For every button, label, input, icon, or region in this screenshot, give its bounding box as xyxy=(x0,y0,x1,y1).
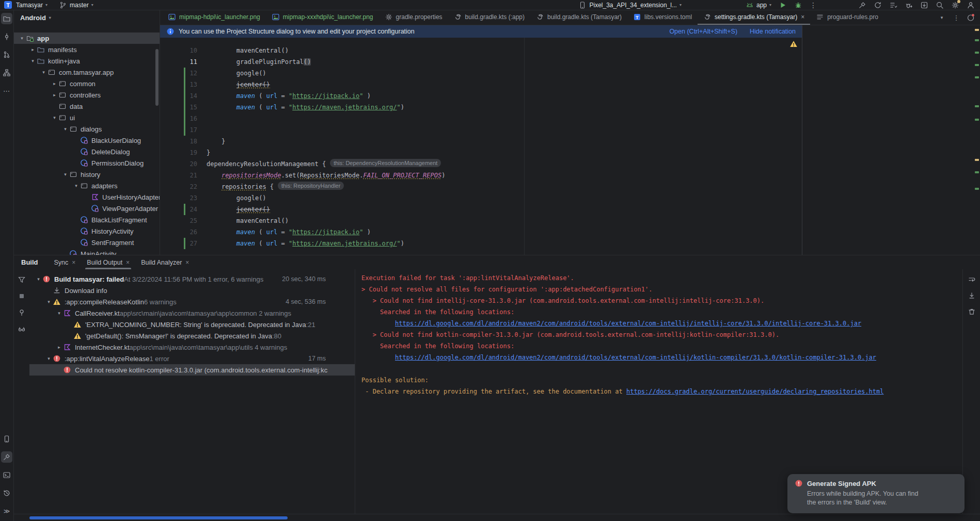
more-actions-icon[interactable]: ⋮ xyxy=(810,1,817,9)
project-tree-item[interactable]: HistoryActivity xyxy=(14,225,160,237)
build-tree-item[interactable]: Download info xyxy=(29,285,355,296)
notifications-button[interactable] xyxy=(967,13,975,22)
more-v-button[interactable]: ⋮ xyxy=(952,13,960,22)
build-filter-button[interactable] xyxy=(18,275,26,285)
tree-chevron-icon[interactable]: ▸ xyxy=(51,92,58,97)
build-tree-item[interactable]: ▾:app:compileReleaseKotlin 6 warnings4 s… xyxy=(29,296,355,307)
tree-chevron-icon[interactable]: ▾ xyxy=(45,356,53,361)
tree-chevron-icon[interactable]: ▾ xyxy=(45,299,53,304)
console-link[interactable]: https://dl.google.com/dl/android/maven2/… xyxy=(395,354,876,361)
build-stop-button[interactable] xyxy=(18,292,26,302)
tree-chevron-icon[interactable]: ▾ xyxy=(72,183,80,188)
branch-selector[interactable]: master ▾ xyxy=(59,1,93,9)
tree-chevron-icon[interactable]: ▾ xyxy=(61,126,69,132)
tree-chevron-icon[interactable]: ▾ xyxy=(51,115,58,120)
editor-tab[interactable]: gradle.properties xyxy=(379,10,448,25)
project-tree-item[interactable]: DeleteDialog xyxy=(14,146,160,157)
code-editor[interactable]: 10 mavenCentral()11 gradlePluginPortal()… xyxy=(160,38,802,255)
stripe-device-manager-button[interactable] xyxy=(1,433,12,445)
project-view-selector[interactable]: Android xyxy=(20,14,46,22)
project-tree-item[interactable]: BlackUserDialog xyxy=(14,135,160,146)
editor-tab[interactable]: proguard-rules.pro xyxy=(810,10,884,25)
console-scroll-to-end-button[interactable] xyxy=(968,291,976,301)
project-tree-item[interactable]: ▸common xyxy=(14,78,160,89)
close-tab-icon[interactable]: × xyxy=(185,259,189,266)
build-inspect-button[interactable] xyxy=(18,325,26,335)
project-tree-item[interactable]: BlackListFragment xyxy=(14,214,160,225)
close-tab-icon[interactable]: × xyxy=(801,13,804,21)
generate-signed-apk-notification[interactable]: Generate Signed APK Errors while buildin… xyxy=(787,474,965,513)
console-soft-wrap-button[interactable] xyxy=(968,275,976,285)
todo-list-button[interactable] xyxy=(889,1,897,9)
editor-tab[interactable]: Tlibs.versions.toml xyxy=(627,10,698,25)
settings-button[interactable] xyxy=(951,1,959,9)
sync-button[interactable] xyxy=(874,1,882,9)
stripe-more-h-button[interactable]: ⋯ xyxy=(1,85,12,96)
build-tree-item[interactable]: ▾CallReceiver.kt app\src\main\java\com\t… xyxy=(29,307,355,319)
stripe-pull-requests-button[interactable] xyxy=(1,49,12,60)
editor-error-stripe[interactable] xyxy=(974,25,980,255)
build-pin-button[interactable] xyxy=(18,308,26,318)
build-tab[interactable]: Build Analyzer× xyxy=(135,255,195,269)
project-tree-item[interactable]: ▾com.tamasyar.app xyxy=(14,67,160,78)
tree-chevron-icon[interactable]: ▸ xyxy=(51,81,58,86)
chevron-down-button[interactable]: ▾ xyxy=(938,13,946,22)
editor-tab[interactable]: build.gradle.kts (:app) xyxy=(448,10,530,25)
editor-tab[interactable]: build.gradle.kts (Tamasyar) xyxy=(530,10,627,25)
stripe-history-button[interactable] xyxy=(1,487,12,499)
editor-tab[interactable]: mipmap-xxxhdpi\ic_launcher.png xyxy=(266,10,379,25)
build-tree-item[interactable]: 'getDefault(): SmsManager!' is deprecate… xyxy=(29,330,355,341)
close-tab-icon[interactable]: × xyxy=(72,259,75,266)
tree-chevron-icon[interactable]: ▾ xyxy=(55,311,63,316)
profiler-button[interactable] xyxy=(905,1,913,9)
build-tree-item[interactable]: 'EXTRA_INCOMING_NUMBER: String' is depre… xyxy=(29,319,355,330)
project-tree-item[interactable]: ▾adapters xyxy=(14,180,160,191)
tree-chevron-icon[interactable]: ▾ xyxy=(29,58,37,63)
build-tree-item[interactable]: ▾Build tamasyar: failed At 3/22/2024 11:… xyxy=(29,273,355,285)
device-selector[interactable]: Pixel_3a_API_34_extension_l... ▾ xyxy=(578,1,681,9)
update-button[interactable] xyxy=(920,1,928,9)
editor-tab[interactable]: settings.gradle.kts (Tamasyar)× xyxy=(698,10,810,25)
stripe-structure-button[interactable] xyxy=(1,67,12,78)
tree-chevron-icon[interactable]: ▾ xyxy=(18,36,26,41)
console-clear-button[interactable] xyxy=(968,307,976,317)
project-tree-item[interactable]: ▾history xyxy=(14,169,160,180)
tree-chevron-icon[interactable]: ▾ xyxy=(40,70,48,75)
stripe-more-tools-button[interactable]: ≫ xyxy=(1,506,12,517)
tree-chevron-icon[interactable]: ▾ xyxy=(35,276,42,282)
project-tree-item[interactable]: SentFragment xyxy=(14,237,160,248)
console-link[interactable]: https://dl.google.com/dl/android/maven2/… xyxy=(395,320,861,327)
editor-tab[interactable]: mipmap-hdpi\ic_launcher.png xyxy=(162,10,266,25)
horizontal-scrollbar[interactable] xyxy=(29,516,288,519)
run-button[interactable] xyxy=(779,1,787,9)
stripe-commit-button[interactable] xyxy=(1,31,12,42)
project-tree-item[interactable]: ▾dialogs xyxy=(14,123,160,135)
hide-notification-link[interactable]: Hide notification xyxy=(750,28,796,35)
console-link[interactable]: https://docs.gradle.org/current/userguid… xyxy=(626,388,884,395)
project-tree-item[interactable]: ▾kotlin+java xyxy=(14,55,160,67)
project-tree-item[interactable]: data xyxy=(14,101,160,112)
project-tree-item[interactable]: ▾ui xyxy=(14,112,160,123)
open-project-structure-link[interactable]: Open (Ctrl+Alt+Shift+S) xyxy=(669,28,737,35)
project-tree-item[interactable]: MainActivity xyxy=(14,248,160,255)
tree-chevron-icon[interactable]: ▾ xyxy=(61,172,69,177)
close-tab-icon[interactable]: × xyxy=(126,259,130,266)
build-tree-item[interactable]: ▸InternetChecker.kt app\src\main\java\co… xyxy=(29,341,355,353)
stripe-terminal-button[interactable] xyxy=(1,469,12,481)
project-tree-item[interactable]: ViewPagerAdapter xyxy=(14,203,160,214)
stripe-build-hammer-button[interactable] xyxy=(1,451,12,463)
tree-chevron-icon[interactable]: ▸ xyxy=(55,345,63,350)
stripe-project-folder-button[interactable] xyxy=(1,13,12,24)
run-configuration-selector[interactable]: app ▾ xyxy=(746,1,771,9)
build-tab[interactable]: Build Output× xyxy=(81,255,135,269)
project-tree-item[interactable]: ▸controllers xyxy=(14,89,160,101)
project-tree-scrollbar[interactable] xyxy=(155,49,159,106)
project-tree-item[interactable]: UserHistoryAdapter.kt xyxy=(14,191,160,203)
debug-button[interactable] xyxy=(794,1,802,9)
project-selector[interactable]: Tamasyar ▾ xyxy=(16,2,48,9)
tree-chevron-icon[interactable]: ▸ xyxy=(29,47,37,52)
profile-button[interactable] xyxy=(967,1,975,9)
project-tree-item[interactable]: PermissionDialog xyxy=(14,157,160,169)
build-tab[interactable]: Sync× xyxy=(49,255,82,269)
hammer-button[interactable] xyxy=(858,1,866,9)
